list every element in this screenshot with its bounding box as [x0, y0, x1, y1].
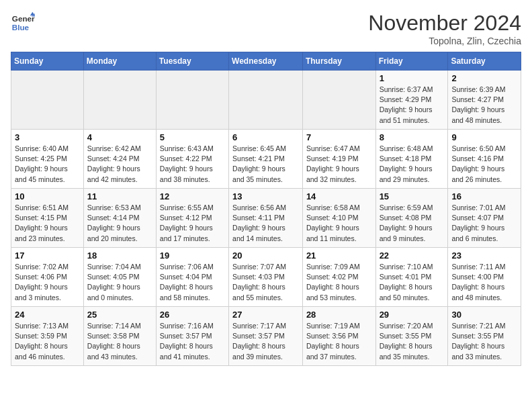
day-info: Sunrise: 7:21 AMSunset: 3:55 PMDaylight:…: [451, 321, 517, 362]
day-number: 14: [306, 191, 372, 201]
calendar-cell: 24Sunrise: 7:13 AMSunset: 3:59 PMDayligh…: [11, 307, 84, 366]
calendar-cell: 16Sunrise: 7:01 AMSunset: 4:07 PMDayligh…: [448, 189, 521, 248]
calendar-week-1: 1Sunrise: 6:37 AMSunset: 4:29 PMDaylight…: [11, 71, 521, 130]
day-number: 22: [380, 250, 445, 261]
day-number: 3: [15, 132, 80, 142]
calendar-cell: 8Sunrise: 6:48 AMSunset: 4:18 PMDaylight…: [375, 130, 448, 189]
svg-text:Blue: Blue: [12, 23, 30, 32]
day-info: Sunrise: 7:04 AMSunset: 4:05 PMDaylight:…: [87, 262, 152, 303]
calendar-cell: [11, 71, 84, 130]
weekday-header-thursday: Thursday: [302, 52, 375, 71]
calendar-cell: 2Sunrise: 6:39 AMSunset: 4:27 PMDaylight…: [448, 71, 521, 130]
day-number: 5: [160, 132, 225, 142]
day-info: Sunrise: 7:07 AMSunset: 4:03 PMDaylight:…: [232, 262, 299, 303]
calendar-week-3: 10Sunrise: 6:51 AMSunset: 4:15 PMDayligh…: [11, 189, 521, 248]
calendar-cell: 21Sunrise: 7:09 AMSunset: 4:02 PMDayligh…: [302, 248, 375, 307]
day-info: Sunrise: 6:45 AMSunset: 4:21 PMDaylight:…: [232, 144, 299, 185]
calendar-cell: 22Sunrise: 7:10 AMSunset: 4:01 PMDayligh…: [375, 248, 448, 307]
day-number: 21: [306, 250, 372, 261]
day-info: Sunrise: 6:42 AMSunset: 4:24 PMDaylight:…: [87, 144, 152, 185]
day-number: 17: [15, 250, 80, 261]
day-number: 18: [87, 250, 152, 261]
day-number: 9: [451, 132, 517, 142]
day-info: Sunrise: 6:40 AMSunset: 4:25 PMDaylight:…: [15, 144, 80, 185]
calendar-cell: 23Sunrise: 7:11 AMSunset: 4:00 PMDayligh…: [448, 248, 521, 307]
day-number: 7: [306, 132, 372, 142]
day-number: 19: [160, 250, 225, 261]
day-number: 4: [87, 132, 152, 142]
calendar-cell: 19Sunrise: 7:06 AMSunset: 4:04 PMDayligh…: [156, 248, 228, 307]
calendar-cell: 17Sunrise: 7:02 AMSunset: 4:06 PMDayligh…: [11, 248, 84, 307]
calendar-cell: 30Sunrise: 7:21 AMSunset: 3:55 PMDayligh…: [448, 307, 521, 366]
day-info: Sunrise: 7:11 AMSunset: 4:00 PMDaylight:…: [451, 262, 517, 303]
weekday-header-tuesday: Tuesday: [156, 52, 228, 71]
day-info: Sunrise: 6:39 AMSunset: 4:27 PMDaylight:…: [451, 85, 517, 126]
day-number: 27: [232, 310, 299, 320]
day-number: 13: [232, 191, 299, 201]
day-number: 24: [15, 310, 80, 320]
calendar-cell: 6Sunrise: 6:45 AMSunset: 4:21 PMDaylight…: [229, 130, 303, 189]
day-info: Sunrise: 6:59 AMSunset: 4:08 PMDaylight:…: [380, 203, 445, 244]
day-info: Sunrise: 6:53 AMSunset: 4:14 PMDaylight:…: [87, 203, 152, 244]
calendar-week-2: 3Sunrise: 6:40 AMSunset: 4:25 PMDaylight…: [11, 130, 521, 189]
day-info: Sunrise: 6:58 AMSunset: 4:10 PMDaylight:…: [306, 203, 372, 244]
calendar-cell: 3Sunrise: 6:40 AMSunset: 4:25 PMDaylight…: [11, 130, 84, 189]
calendar-cell: [302, 71, 375, 130]
day-number: 30: [451, 310, 517, 320]
day-info: Sunrise: 6:50 AMSunset: 4:16 PMDaylight:…: [451, 144, 517, 185]
day-info: Sunrise: 7:10 AMSunset: 4:01 PMDaylight:…: [380, 262, 445, 303]
calendar-cell: [83, 71, 156, 130]
day-number: 29: [380, 310, 445, 320]
day-number: 1: [380, 73, 445, 83]
day-number: 11: [87, 191, 152, 201]
month-title: November 2024: [368, 11, 521, 36]
day-number: 12: [160, 191, 225, 201]
day-info: Sunrise: 7:09 AMSunset: 4:02 PMDaylight:…: [306, 262, 372, 303]
day-number: 26: [160, 310, 225, 320]
calendar-cell: 12Sunrise: 6:55 AMSunset: 4:12 PMDayligh…: [156, 189, 228, 248]
day-info: Sunrise: 6:47 AMSunset: 4:19 PMDaylight:…: [306, 144, 372, 185]
day-info: Sunrise: 6:48 AMSunset: 4:18 PMDaylight:…: [380, 144, 445, 185]
day-info: Sunrise: 6:51 AMSunset: 4:15 PMDaylight:…: [15, 203, 80, 244]
calendar-cell: 14Sunrise: 6:58 AMSunset: 4:10 PMDayligh…: [302, 189, 375, 248]
weekday-header-saturday: Saturday: [448, 52, 521, 71]
page-header: General Blue November 2024 Topolna, Zlin…: [11, 11, 521, 46]
location: Topolna, Zlin, Czechia: [368, 36, 521, 46]
day-info: Sunrise: 7:16 AMSunset: 3:57 PMDaylight:…: [160, 321, 225, 362]
calendar-cell: 20Sunrise: 7:07 AMSunset: 4:03 PMDayligh…: [229, 248, 303, 307]
day-info: Sunrise: 7:01 AMSunset: 4:07 PMDaylight:…: [451, 203, 517, 244]
day-number: 20: [232, 250, 299, 261]
day-info: Sunrise: 7:19 AMSunset: 3:56 PMDaylight:…: [306, 321, 372, 362]
day-number: 2: [451, 73, 517, 83]
logo-icon: General Blue: [11, 11, 35, 35]
day-info: Sunrise: 7:17 AMSunset: 3:57 PMDaylight:…: [232, 321, 299, 362]
calendar-cell: 28Sunrise: 7:19 AMSunset: 3:56 PMDayligh…: [302, 307, 375, 366]
calendar-cell: 10Sunrise: 6:51 AMSunset: 4:15 PMDayligh…: [11, 189, 84, 248]
day-info: Sunrise: 6:37 AMSunset: 4:29 PMDaylight:…: [380, 85, 445, 126]
weekday-header-monday: Monday: [83, 52, 156, 71]
calendar-cell: [229, 71, 303, 130]
calendar-cell: 1Sunrise: 6:37 AMSunset: 4:29 PMDaylight…: [375, 71, 448, 130]
calendar-cell: 4Sunrise: 6:42 AMSunset: 4:24 PMDaylight…: [83, 130, 156, 189]
logo: General Blue: [11, 11, 35, 35]
calendar-cell: 7Sunrise: 6:47 AMSunset: 4:19 PMDaylight…: [302, 130, 375, 189]
calendar-cell: 26Sunrise: 7:16 AMSunset: 3:57 PMDayligh…: [156, 307, 228, 366]
calendar-cell: [156, 71, 228, 130]
day-number: 6: [232, 132, 299, 142]
day-number: 15: [380, 191, 445, 201]
day-info: Sunrise: 7:02 AMSunset: 4:06 PMDaylight:…: [15, 262, 80, 303]
title-block: November 2024 Topolna, Zlin, Czechia: [368, 11, 521, 46]
calendar-table: SundayMondayTuesdayWednesdayThursdayFrid…: [11, 52, 521, 366]
weekday-header-wednesday: Wednesday: [229, 52, 303, 71]
weekday-header-friday: Friday: [375, 52, 448, 71]
calendar-cell: 13Sunrise: 6:56 AMSunset: 4:11 PMDayligh…: [229, 189, 303, 248]
day-number: 23: [451, 250, 517, 261]
day-info: Sunrise: 7:14 AMSunset: 3:58 PMDaylight:…: [87, 321, 152, 362]
calendar-cell: 29Sunrise: 7:20 AMSunset: 3:55 PMDayligh…: [375, 307, 448, 366]
day-info: Sunrise: 7:20 AMSunset: 3:55 PMDaylight:…: [380, 321, 445, 362]
day-number: 8: [380, 132, 445, 142]
calendar-cell: 25Sunrise: 7:14 AMSunset: 3:58 PMDayligh…: [83, 307, 156, 366]
calendar-cell: 11Sunrise: 6:53 AMSunset: 4:14 PMDayligh…: [83, 189, 156, 248]
day-info: Sunrise: 6:56 AMSunset: 4:11 PMDaylight:…: [232, 203, 299, 244]
day-info: Sunrise: 7:13 AMSunset: 3:59 PMDaylight:…: [15, 321, 80, 362]
